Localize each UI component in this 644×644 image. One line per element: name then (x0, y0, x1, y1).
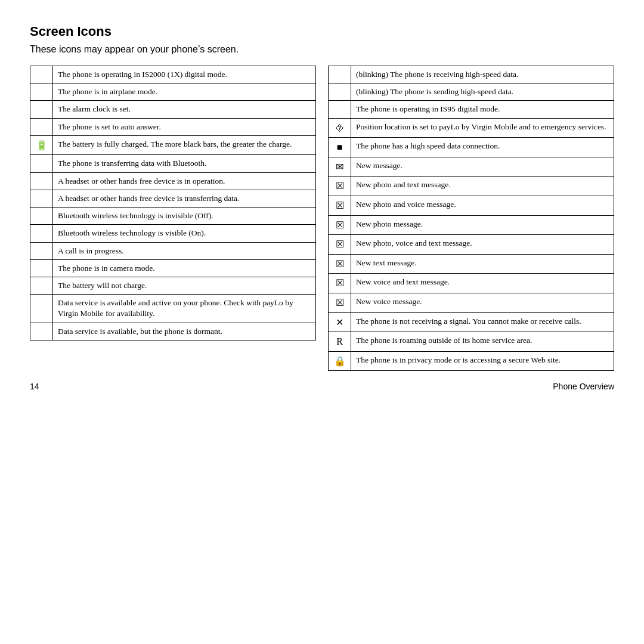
icon-cell: 🔋 (30, 135, 53, 155)
description-cell: Data service is available, but the phone… (53, 323, 316, 340)
description-cell: The phone is not receiving a signal. You… (351, 312, 614, 332)
page-title: Screen Icons (30, 24, 614, 39)
description-cell: Data service is available and active on … (53, 295, 316, 323)
table-row: The phone is set to auto answer. (30, 118, 316, 135)
icon-cell: ■ (329, 138, 351, 157)
table-row: ✉New message. (329, 157, 614, 177)
left-table: The phone is operating in IS2000 (1X) di… (30, 66, 316, 340)
description-cell: A headset or other hands free device is … (53, 172, 316, 190)
icon-cell: ⯑ (329, 118, 351, 138)
icon-cell (30, 295, 53, 323)
description-cell: The battery is fully charged. The more b… (53, 135, 316, 155)
table-row: RThe phone is roaming outside of its hom… (329, 332, 614, 352)
description-cell: The alarm clock is set. (53, 101, 316, 118)
tables-container: The phone is operating in IS2000 (1X) di… (30, 66, 614, 371)
table-row: ☒New text message. (329, 254, 614, 274)
table-row: (blinking) The phone is sending high-spe… (329, 83, 614, 101)
description-cell: New message. (351, 157, 614, 177)
icon-cell: ☒ (329, 274, 351, 293)
table-row: Data service is available and active on … (30, 295, 316, 323)
page-subtitle: These icons may appear on your phone’s s… (30, 44, 614, 55)
table-row: The phone is operating in IS95 digital m… (329, 101, 614, 118)
footer-section-title: Phone Overview (553, 382, 614, 391)
table-row: The battery will not charge. (30, 277, 316, 295)
icon-cell: ☒ (329, 254, 351, 274)
table-row: The phone is in camera mode. (30, 259, 316, 277)
table-row: ☒New voice message. (329, 293, 614, 313)
right-table: (blinking) The phone is receiving high-s… (328, 66, 614, 371)
icon-cell: ☒ (329, 215, 351, 235)
description-cell: New voice and text message. (351, 274, 614, 293)
description-cell: A call is in progress. (53, 242, 316, 259)
description-cell: (blinking) The phone is receiving high-s… (351, 66, 614, 83)
icon-cell (30, 155, 53, 172)
icon-cell (30, 242, 53, 259)
footer-page-number: 14 (30, 382, 39, 391)
description-cell: New photo, voice and text message. (351, 235, 614, 255)
description-cell: The phone is set to auto answer. (53, 118, 316, 135)
description-cell: The battery will not charge. (53, 277, 316, 295)
description-cell: Position location is set to payLo by Vir… (351, 118, 614, 138)
icon-cell (30, 101, 53, 118)
table-row: The phone is operating in IS2000 (1X) di… (30, 66, 316, 83)
icon-cell (30, 323, 53, 340)
icon-cell (30, 172, 53, 190)
description-cell: The phone is transferring data with Blue… (53, 155, 316, 172)
description-cell: The phone is roaming outside of its home… (351, 332, 614, 352)
icon-cell: ✕ (329, 312, 351, 332)
table-row: ☒New photo and text message. (329, 177, 614, 196)
icon-cell (30, 83, 53, 101)
icon-cell (30, 118, 53, 135)
description-cell: (blinking) The phone is sending high-spe… (351, 83, 614, 101)
description-cell: New text message. (351, 254, 614, 274)
icon-cell: R (329, 332, 351, 352)
icon-cell (329, 83, 351, 101)
description-cell: The phone is in airplane mode. (53, 83, 316, 101)
description-cell: New photo and voice message. (351, 196, 614, 216)
icon-cell (30, 259, 53, 277)
icon-cell: ☒ (329, 235, 351, 255)
table-row: The phone is in airplane mode. (30, 83, 316, 101)
table-row: (blinking) The phone is receiving high-s… (329, 66, 614, 83)
table-row: ■The phone has a high speed data connect… (329, 138, 614, 157)
icon-cell: 🔒 (329, 351, 351, 371)
description-cell: The phone is in camera mode. (53, 259, 316, 277)
icon-cell (329, 66, 351, 83)
table-row: Bluetooth wireless technology is visible… (30, 225, 316, 242)
table-row: 🔒The phone is in privacy mode or is acce… (329, 351, 614, 371)
table-row: A headset or other hands free device is … (30, 172, 316, 190)
icon-cell (30, 225, 53, 242)
description-cell: New photo message. (351, 215, 614, 235)
description-cell: The phone is operating in IS2000 (1X) di… (53, 66, 316, 83)
description-cell: The phone has a high speed data connecti… (351, 138, 614, 157)
table-row: A call is in progress. (30, 242, 316, 259)
icon-cell (30, 190, 53, 207)
icon-cell (30, 277, 53, 295)
table-row: ☒New photo message. (329, 215, 614, 235)
description-cell: The phone is in privacy mode or is acces… (351, 351, 614, 371)
description-cell: Bluetooth wireless technology is invisib… (53, 208, 316, 225)
icon-cell (30, 66, 53, 83)
description-cell: New voice message. (351, 293, 614, 313)
icon-cell: ☒ (329, 177, 351, 196)
icon-cell (329, 101, 351, 118)
table-row: 🔋The battery is fully charged. The more … (30, 135, 316, 155)
table-row: Bluetooth wireless technology is invisib… (30, 208, 316, 225)
description-cell: The phone is operating in IS95 digital m… (351, 101, 614, 118)
table-row: A headset or other hands free device is … (30, 190, 316, 207)
icon-cell: ☒ (329, 196, 351, 216)
table-row: ☒New photo, voice and text message. (329, 235, 614, 255)
icon-cell: ✉ (329, 157, 351, 177)
table-row: ⯑Position location is set to payLo by Vi… (329, 118, 614, 138)
description-cell: Bluetooth wireless technology is visible… (53, 225, 316, 242)
icon-cell: ☒ (329, 293, 351, 313)
table-row: ✕The phone is not receiving a signal. Yo… (329, 312, 614, 332)
icon-cell (30, 208, 53, 225)
description-cell: A headset or other hands free device is … (53, 190, 316, 207)
table-row: The phone is transferring data with Blue… (30, 155, 316, 172)
footer: 14 Phone Overview (30, 382, 614, 391)
table-row: The alarm clock is set. (30, 101, 316, 118)
description-cell: New photo and text message. (351, 177, 614, 196)
table-row: ☒New photo and voice message. (329, 196, 614, 216)
table-row: ☒New voice and text message. (329, 274, 614, 293)
